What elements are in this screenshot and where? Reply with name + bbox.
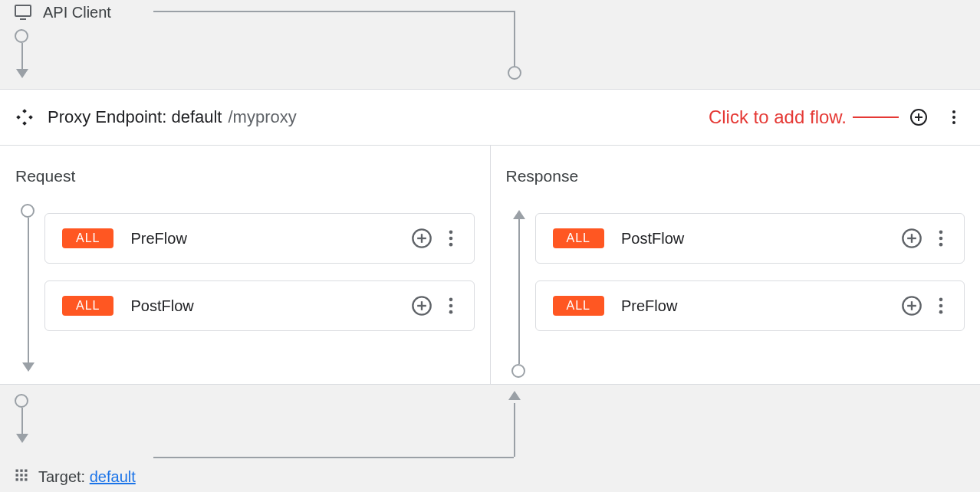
- flow-menu-button[interactable]: [440, 295, 462, 317]
- svg-point-35: [939, 310, 943, 314]
- flow-card[interactable]: ALL PostFlow: [44, 280, 475, 331]
- connector-line: [514, 11, 515, 67]
- target-label: Target:: [38, 468, 90, 485]
- add-flow-annotation: Click to add flow.: [709, 107, 899, 128]
- svg-rect-43: [20, 478, 22, 481]
- svg-rect-44: [25, 478, 27, 481]
- svg-point-22: [449, 304, 452, 308]
- flow-badge: ALL: [553, 296, 604, 316]
- target-link[interactable]: default: [90, 468, 136, 485]
- apps-icon: [14, 467, 29, 487]
- flow-menu-button[interactable]: [930, 295, 952, 317]
- connector-node: [15, 394, 28, 408]
- svg-point-27: [939, 231, 943, 235]
- add-flow-button[interactable]: [908, 107, 929, 128]
- svg-point-34: [939, 304, 943, 308]
- connector-line: [153, 11, 514, 12]
- svg-rect-0: [15, 5, 31, 16]
- connector-line: [21, 408, 23, 437]
- svg-point-15: [449, 231, 452, 235]
- connector-line: [514, 403, 515, 457]
- annotation-pointer: [853, 116, 899, 118]
- flows-panel: Request ALL PreFlow ALL PostFlow: [0, 146, 980, 385]
- svg-rect-3: [22, 121, 27, 126]
- request-column: Request ALL PreFlow ALL PostFlow: [0, 146, 490, 384]
- svg-point-23: [449, 310, 452, 314]
- flow-card[interactable]: ALL PostFlow: [535, 213, 965, 264]
- connector-node: [15, 29, 28, 43]
- svg-point-11: [952, 121, 955, 124]
- arrow-down-icon: [16, 69, 28, 78]
- svg-rect-36: [16, 470, 18, 472]
- api-client-label: API Client: [14, 3, 111, 21]
- endpoint-menu-button[interactable]: [943, 107, 965, 128]
- svg-rect-41: [25, 474, 27, 476]
- response-column: Response ALL PostFlow ALL PreFlow: [490, 146, 981, 384]
- svg-rect-5: [28, 115, 33, 120]
- add-step-button[interactable]: [901, 295, 922, 317]
- flow-card[interactable]: ALL PreFlow: [535, 280, 965, 331]
- connector-node: [508, 66, 521, 80]
- flow-card[interactable]: ALL PreFlow: [44, 213, 475, 264]
- svg-rect-40: [20, 474, 22, 476]
- arrow-down-icon: [16, 434, 28, 443]
- svg-rect-2: [22, 109, 27, 113]
- svg-rect-42: [16, 478, 18, 481]
- svg-point-10: [952, 116, 955, 119]
- flow-name: PreFlow: [130, 230, 410, 248]
- proxy-endpoint-header: Proxy Endpoint: default /myproxy Click t…: [0, 89, 980, 146]
- api-client-text: API Client: [43, 4, 111, 21]
- monitor-icon: [14, 3, 32, 21]
- endpoint-title: Proxy Endpoint: default: [48, 107, 222, 127]
- request-flow-axis: [21, 210, 35, 372]
- endpoint-icon: [15, 108, 34, 126]
- flow-menu-button[interactable]: [440, 228, 462, 249]
- svg-point-9: [952, 110, 955, 113]
- flow-badge: ALL: [553, 228, 604, 248]
- svg-rect-4: [16, 115, 21, 120]
- endpoint-path: /myproxy: [228, 107, 296, 127]
- flow-menu-button[interactable]: [930, 228, 952, 249]
- target-label-row: Target: default: [14, 467, 136, 487]
- svg-point-33: [939, 298, 943, 302]
- flow-badge: ALL: [62, 296, 113, 316]
- flow-badge: ALL: [62, 228, 113, 248]
- arrow-up-icon: [508, 391, 521, 400]
- add-step-button[interactable]: [411, 295, 432, 317]
- response-flow-axis: [512, 210, 526, 372]
- svg-point-29: [939, 243, 943, 247]
- flow-name: PreFlow: [621, 297, 901, 315]
- svg-point-16: [449, 237, 452, 241]
- annotation-text: Click to add flow.: [709, 107, 847, 128]
- request-heading: Request: [15, 167, 475, 185]
- svg-rect-38: [25, 470, 27, 472]
- connector-line: [153, 457, 514, 458]
- svg-rect-39: [16, 474, 18, 476]
- response-heading: Response: [506, 167, 965, 185]
- svg-point-17: [449, 243, 452, 247]
- add-step-button[interactable]: [901, 228, 922, 249]
- connector-line: [21, 43, 23, 72]
- svg-point-21: [449, 298, 452, 302]
- flow-name: PostFlow: [621, 230, 901, 248]
- add-step-button[interactable]: [411, 228, 432, 249]
- svg-rect-37: [20, 470, 22, 472]
- svg-point-28: [939, 237, 943, 241]
- flow-name: PostFlow: [130, 297, 410, 315]
